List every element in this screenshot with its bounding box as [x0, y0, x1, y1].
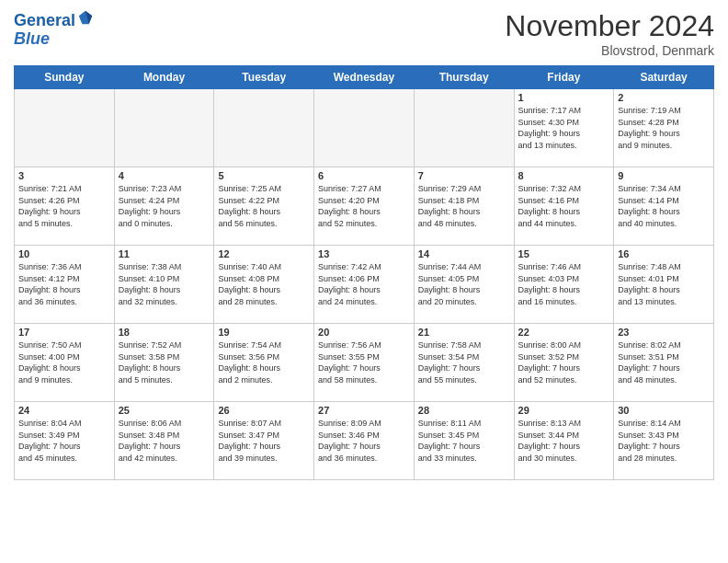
day-info: Sunrise: 7:32 AM Sunset: 4:16 PM Dayligh… [518, 183, 610, 229]
calendar-cell: 27Sunrise: 8:09 AM Sunset: 3:46 PM Dayli… [314, 402, 415, 480]
col-monday: Monday [114, 66, 214, 89]
calendar-cell: 28Sunrise: 8:11 AM Sunset: 3:45 PM Dayli… [414, 402, 514, 480]
title-area: November 2024 Blovstrod, Denmark [505, 9, 714, 58]
day-info: Sunrise: 7:52 AM Sunset: 3:58 PM Dayligh… [119, 339, 210, 385]
week-row-0: 1Sunrise: 7:17 AM Sunset: 4:30 PM Daylig… [15, 89, 714, 167]
day-info: Sunrise: 7:38 AM Sunset: 4:10 PM Dayligh… [119, 261, 210, 307]
day-info: Sunrise: 7:36 AM Sunset: 4:12 PM Dayligh… [18, 261, 110, 307]
day-number: 1 [518, 92, 610, 103]
day-number: 20 [318, 327, 410, 338]
calendar-cell: 3Sunrise: 7:21 AM Sunset: 4:26 PM Daylig… [15, 167, 115, 246]
day-number: 14 [418, 248, 510, 259]
header-row: Sunday Monday Tuesday Wednesday Thursday… [15, 66, 714, 89]
day-info: Sunrise: 7:46 AM Sunset: 4:03 PM Dayligh… [518, 261, 610, 307]
calendar-cell: 14Sunrise: 7:44 AM Sunset: 4:05 PM Dayli… [414, 246, 514, 324]
day-number: 3 [18, 170, 110, 181]
day-number: 10 [18, 248, 110, 259]
day-info: Sunrise: 7:44 AM Sunset: 4:05 PM Dayligh… [418, 261, 510, 307]
day-info: Sunrise: 8:11 AM Sunset: 3:45 PM Dayligh… [418, 418, 510, 464]
col-friday: Friday [514, 66, 614, 89]
calendar-cell: 23Sunrise: 8:02 AM Sunset: 3:51 PM Dayli… [614, 324, 714, 402]
logo-text2: Blue [14, 30, 94, 49]
calendar-cell: 25Sunrise: 8:06 AM Sunset: 3:48 PM Dayli… [114, 402, 214, 480]
col-thursday: Thursday [414, 66, 514, 89]
day-info: Sunrise: 8:06 AM Sunset: 3:48 PM Dayligh… [119, 418, 210, 464]
subtitle: Blovstrod, Denmark [505, 43, 714, 58]
week-row-4: 24Sunrise: 8:04 AM Sunset: 3:49 PM Dayli… [15, 402, 714, 480]
day-number: 23 [618, 327, 710, 338]
day-number: 17 [18, 327, 110, 338]
page-container: General Blue November 2024 Blovstrod, De… [0, 0, 728, 485]
calendar-cell: 4Sunrise: 7:23 AM Sunset: 4:24 PM Daylig… [114, 167, 214, 246]
day-number: 16 [618, 248, 710, 259]
week-row-3: 17Sunrise: 7:50 AM Sunset: 4:00 PM Dayli… [15, 324, 714, 402]
calendar-cell: 21Sunrise: 7:58 AM Sunset: 3:54 PM Dayli… [414, 324, 514, 402]
day-info: Sunrise: 8:13 AM Sunset: 3:44 PM Dayligh… [518, 418, 610, 464]
calendar-cell: 1Sunrise: 7:17 AM Sunset: 4:30 PM Daylig… [514, 89, 614, 167]
week-row-2: 10Sunrise: 7:36 AM Sunset: 4:12 PM Dayli… [15, 246, 714, 324]
day-number: 26 [218, 405, 310, 416]
calendar-cell: 30Sunrise: 8:14 AM Sunset: 3:43 PM Dayli… [614, 402, 714, 480]
day-info: Sunrise: 7:58 AM Sunset: 3:54 PM Dayligh… [418, 339, 510, 385]
calendar-cell: 17Sunrise: 7:50 AM Sunset: 4:00 PM Dayli… [15, 324, 115, 402]
day-number: 8 [518, 170, 610, 181]
day-number: 12 [218, 248, 310, 259]
day-number: 27 [318, 405, 410, 416]
day-number: 11 [119, 248, 210, 259]
day-number: 21 [418, 327, 510, 338]
calendar-table: Sunday Monday Tuesday Wednesday Thursday… [14, 65, 714, 480]
day-number: 9 [618, 170, 710, 181]
month-title: November 2024 [505, 9, 714, 43]
logo-text: General [14, 9, 94, 30]
day-info: Sunrise: 7:21 AM Sunset: 4:26 PM Dayligh… [18, 183, 110, 229]
day-info: Sunrise: 7:27 AM Sunset: 4:20 PM Dayligh… [318, 183, 410, 229]
calendar-cell: 15Sunrise: 7:46 AM Sunset: 4:03 PM Dayli… [514, 246, 614, 324]
calendar-cell [414, 89, 514, 167]
day-number: 5 [218, 170, 310, 181]
calendar-cell: 22Sunrise: 8:00 AM Sunset: 3:52 PM Dayli… [514, 324, 614, 402]
day-number: 2 [618, 92, 710, 103]
day-info: Sunrise: 8:02 AM Sunset: 3:51 PM Dayligh… [618, 339, 710, 385]
day-number: 22 [518, 327, 610, 338]
calendar-cell: 20Sunrise: 7:56 AM Sunset: 3:55 PM Dayli… [314, 324, 415, 402]
logo: General Blue [14, 9, 94, 49]
calendar-cell: 12Sunrise: 7:40 AM Sunset: 4:08 PM Dayli… [214, 246, 314, 324]
header: General Blue November 2024 Blovstrod, De… [14, 9, 714, 58]
calendar-cell: 24Sunrise: 8:04 AM Sunset: 3:49 PM Dayli… [15, 402, 115, 480]
day-info: Sunrise: 7:29 AM Sunset: 4:18 PM Dayligh… [418, 183, 510, 229]
col-sunday: Sunday [15, 66, 115, 89]
calendar-cell [314, 89, 415, 167]
day-info: Sunrise: 8:00 AM Sunset: 3:52 PM Dayligh… [518, 339, 610, 385]
calendar-cell: 5Sunrise: 7:25 AM Sunset: 4:22 PM Daylig… [214, 167, 314, 246]
col-saturday: Saturday [614, 66, 714, 89]
day-info: Sunrise: 7:17 AM Sunset: 4:30 PM Dayligh… [518, 105, 610, 151]
calendar-cell: 19Sunrise: 7:54 AM Sunset: 3:56 PM Dayli… [214, 324, 314, 402]
calendar-cell [114, 89, 214, 167]
day-number: 24 [18, 405, 110, 416]
day-info: Sunrise: 7:19 AM Sunset: 4:28 PM Dayligh… [618, 105, 710, 151]
day-info: Sunrise: 7:50 AM Sunset: 4:00 PM Dayligh… [18, 339, 110, 385]
day-info: Sunrise: 7:40 AM Sunset: 4:08 PM Dayligh… [218, 261, 310, 307]
day-number: 15 [518, 248, 610, 259]
day-info: Sunrise: 7:56 AM Sunset: 3:55 PM Dayligh… [318, 339, 410, 385]
calendar-cell: 13Sunrise: 7:42 AM Sunset: 4:06 PM Dayli… [314, 246, 415, 324]
calendar-cell: 8Sunrise: 7:32 AM Sunset: 4:16 PM Daylig… [514, 167, 614, 246]
day-info: Sunrise: 7:54 AM Sunset: 3:56 PM Dayligh… [218, 339, 310, 385]
calendar-cell: 6Sunrise: 7:27 AM Sunset: 4:20 PM Daylig… [314, 167, 415, 246]
calendar-cell: 10Sunrise: 7:36 AM Sunset: 4:12 PM Dayli… [15, 246, 115, 324]
day-info: Sunrise: 7:48 AM Sunset: 4:01 PM Dayligh… [618, 261, 710, 307]
day-number: 6 [318, 170, 410, 181]
calendar-cell: 9Sunrise: 7:34 AM Sunset: 4:14 PM Daylig… [614, 167, 714, 246]
day-number: 19 [218, 327, 310, 338]
day-number: 4 [119, 170, 210, 181]
calendar-cell: 16Sunrise: 7:48 AM Sunset: 4:01 PM Dayli… [614, 246, 714, 324]
day-number: 7 [418, 170, 510, 181]
calendar-cell: 29Sunrise: 8:13 AM Sunset: 3:44 PM Dayli… [514, 402, 614, 480]
calendar-cell [15, 89, 115, 167]
day-info: Sunrise: 7:42 AM Sunset: 4:06 PM Dayligh… [318, 261, 410, 307]
day-info: Sunrise: 7:34 AM Sunset: 4:14 PM Dayligh… [618, 183, 710, 229]
day-info: Sunrise: 8:09 AM Sunset: 3:46 PM Dayligh… [318, 418, 410, 464]
day-info: Sunrise: 8:07 AM Sunset: 3:47 PM Dayligh… [218, 418, 310, 464]
calendar-cell: 11Sunrise: 7:38 AM Sunset: 4:10 PM Dayli… [114, 246, 214, 324]
calendar-cell [214, 89, 314, 167]
